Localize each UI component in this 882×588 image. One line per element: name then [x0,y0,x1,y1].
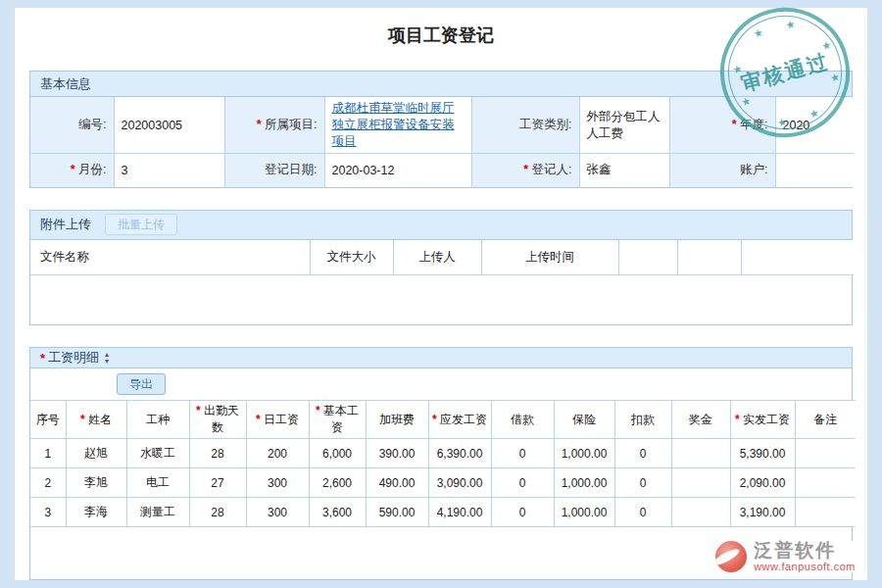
required-marker [523,163,531,176]
project-link[interactable]: 成都杜甫草堂临时展厅独立展柜报警设备安装项目 [332,101,455,148]
sort-toggle-icon[interactable] [105,351,109,365]
wage-column-header: 加班费 [366,401,428,439]
wage-cell: 490.00 [366,468,428,498]
wage-cell: 4,190.00 [428,498,491,527]
wage-cell [671,498,730,527]
wage-cell: 0 [491,498,554,527]
required-marker [40,351,45,366]
attachment-column-header: 上传人 [393,240,481,275]
wage-column-header: 应发工资 [428,401,491,439]
field-label: 年度: [669,97,775,154]
attachment-column-header [618,240,677,275]
wage-column-header: 日工资 [246,401,309,439]
field-value: 2020-03-12 [324,154,471,187]
required-marker [80,413,88,426]
wage-cell [671,439,730,468]
wage-cell: 1,000.00 [554,439,614,468]
wage-cell: 水暖工 [126,439,189,468]
wage-cell: 390.00 [366,439,428,468]
wage-cell: 3 [30,498,66,527]
required-marker [196,404,204,417]
wage-row: 1赵旭水暖工282006,000390.006,390.0001,000.000… [30,439,856,468]
basic-info-row: 编号:202003005所属项目:成都杜甫草堂临时展厅独立展柜报警设备安装项目工… [30,97,854,154]
wage-cell: 0 [614,468,671,498]
wage-cell: 李旭 [66,468,126,498]
field-value [775,154,854,187]
wage-column-header: 出勤天数 [189,401,246,439]
required-marker [735,413,743,426]
required-marker [732,118,740,131]
field-label: 月份: [30,154,114,187]
wage-cell: 李海 [66,498,126,527]
field-label: 所属项目: [224,97,324,154]
wage-cell: 6,000 [309,439,366,468]
wage-column-header: 姓名 [66,401,126,439]
wage-cell: 2 [30,468,66,498]
wage-column-header: 基本工资 [309,401,366,439]
wage-cell: 28 [189,439,246,468]
wage-cell [671,468,730,498]
wage-cell: 3,090.00 [428,468,491,498]
wage-cell: 200 [246,439,309,468]
wage-cell: 27 [189,468,246,498]
field-label: 登记日期: [224,154,324,187]
fanpu-logo-icon [715,541,747,572]
wage-cell: 3,600 [309,498,366,527]
field-label: 登记人: [471,154,579,187]
wage-column-header: 备注 [795,401,856,439]
wage-header-row: 序号姓名工种出勤天数日工资基本工资加班费应发工资借款保险扣款奖金实发工资备注 [30,401,856,439]
wage-cell: 1,000.00 [554,468,614,498]
wage-column-header: 保险 [554,401,614,439]
field-value: 202003005 [114,97,224,154]
basic-info-table: 编号:202003005所属项目:成都杜甫草堂临时展厅独立展柜报警设备安装项目工… [30,97,854,187]
wage-table: 序号姓名工种出勤天数日工资基本工资加班费应发工资借款保险扣款奖金实发工资备注 1… [30,400,856,527]
wage-cell: 590.00 [366,498,428,527]
wage-row: 2李旭电工273002,600490.003,090.0001,000.0002… [30,468,856,498]
wage-cell: 6,390.00 [428,439,491,468]
wage-cell: 0 [614,498,671,527]
wage-cell [795,498,856,527]
field-value: 张鑫 [579,154,669,187]
wage-cell: 电工 [126,468,189,498]
wage-cell: 1,000.00 [554,498,614,527]
wage-details-header: 工资明细 [30,348,852,368]
wage-cell: 1 [30,439,66,468]
wage-details-title: 工资明细 [48,349,99,367]
wage-column-header: 实发工资 [730,401,795,439]
attachments-header: 附件上传 批量上传 [30,211,852,240]
attachment-header-row: 文件名称文件大小上传人上传时间 [30,240,854,275]
wage-cell: 5,390.00 [730,439,795,468]
attachment-empty-area [30,275,852,324]
wage-column-header: 奖金 [671,401,730,439]
field-value: 成都杜甫草堂临时展厅独立展柜报警设备安装项目 [324,97,471,154]
footer-brand: 泛普软件 www.fanpusoft.com [715,541,856,572]
required-marker [316,404,323,417]
attachment-column-header [741,240,854,275]
brand-url: www.fanpusoft.com [754,561,856,572]
wage-column-header: 工种 [126,401,189,439]
wage-cell [795,468,856,498]
attachment-column-header [677,240,741,275]
page-title: 项目工资登记 [15,8,867,47]
wage-cell: 2,600 [309,468,366,498]
required-marker [256,413,264,426]
batch-upload-button[interactable]: 批量上传 [105,214,177,235]
required-marker [432,413,440,426]
basic-info-header: 基本信息 [30,72,852,97]
wage-cell: 2,090.00 [730,468,795,498]
field-value: 2020 [775,97,854,154]
required-marker [71,163,78,176]
wage-toolbar: 导出 [30,368,852,400]
wage-row: 3李海测量工283003,600590.004,190.0001,000.000… [30,498,856,527]
wage-cell: 3,190.00 [730,498,795,527]
field-value: 外部分包工人人工费 [579,97,669,154]
wage-cell: 300 [246,468,309,498]
wage-cell: 0 [614,439,671,468]
required-marker [257,118,265,131]
wage-cell: 测量工 [126,498,189,527]
wage-column-header: 扣款 [614,401,671,439]
wage-column-header: 序号 [30,401,66,439]
basic-info-title: 基本信息 [40,75,91,93]
export-button[interactable]: 导出 [117,373,166,395]
attachments-section: 附件上传 批量上传 文件名称文件大小上传人上传时间 [29,210,853,326]
